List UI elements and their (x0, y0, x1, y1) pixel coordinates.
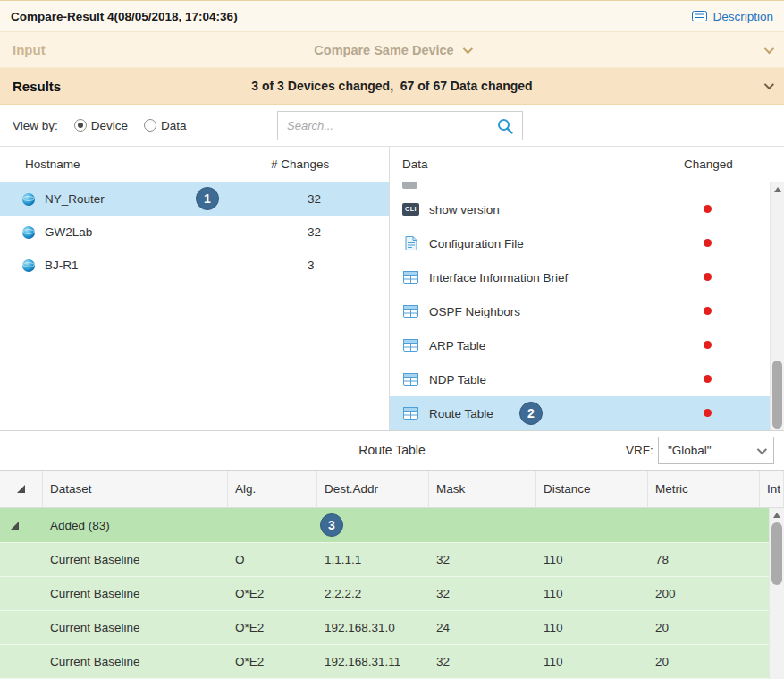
cell-metric: 20 (648, 611, 760, 644)
changed-dot (704, 239, 712, 247)
changes-column-header: # Changes (271, 147, 329, 182)
devices-pane-header: Hostname # Changes (0, 147, 389, 182)
cell-alg: O*E2 (228, 577, 317, 610)
vrf-dropdown[interactable]: "Global" (658, 437, 774, 464)
table-row[interactable]: Current Baseline O*E2 192.168.31.0 24 11… (0, 611, 784, 645)
input-section-title: Input (13, 42, 46, 57)
compare-mode-value: Compare Same Device (314, 43, 453, 57)
data-item-label: ARP Table (429, 339, 485, 352)
device-changes-count: 32 (308, 225, 321, 239)
cell-mask: 32 (429, 543, 536, 576)
cell-distance: 110 (536, 645, 648, 678)
expand-triangle-icon[interactable] (17, 485, 25, 493)
grid-scrollbar[interactable] (769, 508, 784, 679)
cell-mask: 32 (429, 577, 536, 610)
devices-pane: Hostname # Changes NY_Router 1 32 GW2Lab… (0, 147, 390, 430)
data-row-ospf-neighbors[interactable]: OSPF Neighbors (390, 294, 784, 328)
radio-device[interactable]: Device (74, 119, 128, 132)
data-pane: Data Changed CLI show version Configurat… (390, 147, 784, 430)
cell-metric: 20 (648, 645, 760, 678)
data-row-interface-information-brief[interactable]: Interface Information Brief (390, 260, 784, 294)
results-section-title: Results (13, 79, 61, 94)
cell-destaddr: 192.168.31.11 (317, 645, 429, 678)
column-header-alg[interactable]: Alg. (228, 471, 317, 507)
route-table-header: Route Table VRF: "Global" (0, 430, 784, 471)
cell-mask: 32 (429, 645, 536, 678)
cell-distance: 110 (536, 577, 648, 610)
window-title: Compare-Result 4(08/05/2018, 17:04:36) (11, 10, 238, 23)
radio-data[interactable]: Data (144, 119, 187, 132)
table-row[interactable]: Current Baseline O*E2 2.2.2.2 32 110 200 (0, 577, 784, 611)
data-row-route-table[interactable]: Route Table 2 (390, 396, 784, 430)
callout-badge-2: 2 (519, 402, 543, 425)
description-label: Description (712, 10, 773, 23)
table-icon (402, 373, 419, 386)
expander-cell (0, 577, 43, 610)
cell-dataset: Current Baseline (43, 645, 228, 678)
data-item-label: Route Table (429, 407, 493, 420)
view-toolbar: View by: Device Data (0, 105, 784, 147)
cell-destaddr: 192.168.31.0 (317, 611, 429, 644)
expand-triangle-icon[interactable] (11, 522, 19, 530)
column-header-interface[interactable]: Int (760, 471, 784, 507)
column-header-dataset[interactable]: Dataset (43, 471, 228, 507)
changed-dot (704, 307, 712, 315)
search-input[interactable] (278, 112, 488, 140)
table-icon (402, 407, 419, 420)
description-link[interactable]: Description (692, 10, 773, 23)
results-summary: 3 of 3 Devices changed, 67 of 67 Data ch… (0, 79, 784, 93)
scrollbar-thumb[interactable] (772, 361, 782, 429)
column-header-distance[interactable]: Distance (536, 471, 648, 507)
device-row-gw2lab[interactable]: GW2Lab 32 (0, 216, 389, 249)
cell-alg: O*E2 (228, 645, 317, 678)
cell-destaddr: 1.1.1.1 (317, 543, 429, 576)
radio-device-circle[interactable] (74, 119, 87, 132)
vrf-label: VRF: (626, 431, 653, 470)
results-panes: Hostname # Changes NY_Router 1 32 GW2Lab… (0, 147, 784, 430)
data-item-label: show version (429, 203, 500, 216)
cell-destaddr: 2.2.2.2 (317, 577, 429, 610)
results-section-header[interactable]: Results 3 of 3 Devices changed, 67 of 67… (0, 68, 784, 105)
data-row-configuration-file[interactable]: Configuration File (390, 226, 784, 260)
cell-distance: 110 (536, 611, 648, 644)
cell-metric: 200 (648, 577, 760, 610)
table-row[interactable]: Current Baseline O 1.1.1.1 32 110 78 (0, 543, 784, 577)
changed-dot (704, 375, 712, 383)
radio-data-circle[interactable] (144, 119, 156, 132)
column-header-mask[interactable]: Mask (429, 471, 536, 507)
vrf-value: "Global" (668, 444, 712, 457)
device-row-bj-r1[interactable]: BJ-R1 3 (0, 249, 389, 282)
device-changes-count: 32 (308, 192, 321, 206)
column-header-metric[interactable]: Metric (648, 471, 760, 507)
search-icon[interactable] (488, 112, 522, 140)
compare-mode-dropdown[interactable]: Compare Same Device (0, 32, 784, 67)
expander-cell (0, 611, 43, 644)
collapse-all-header-cell[interactable] (0, 471, 43, 507)
data-row-clipped[interactable] (390, 182, 784, 192)
file-icon (402, 236, 419, 250)
grid-header-row: Dataset Alg. Dest.Addr Mask Distance Met… (0, 471, 784, 508)
device-row-ny-router[interactable]: NY_Router 1 32 (0, 182, 389, 216)
changed-dot (704, 409, 712, 417)
cell-metric: 78 (648, 543, 760, 576)
chevron-down-icon (462, 43, 472, 53)
data-row-ndp-table[interactable]: NDP Table (390, 362, 784, 396)
column-header-destaddr[interactable]: Dest.Addr (317, 471, 429, 507)
data-row-arp-table[interactable]: ARP Table (390, 328, 784, 362)
table-icon (402, 271, 419, 284)
callout-badge-1: 1 (196, 187, 219, 210)
group-row-added[interactable]: Added (83) 3 (0, 508, 784, 543)
table-row[interactable]: Current Baseline O*E2 192.168.31.11 32 1… (0, 645, 784, 679)
chevron-down-icon (757, 444, 767, 454)
data-row-show-version[interactable]: CLI show version (390, 192, 784, 226)
callout-badge-3: 3 (320, 513, 343, 537)
data-pane-scrollbar[interactable] (770, 182, 784, 430)
input-section-header[interactable]: Input Compare Same Device (0, 32, 784, 68)
scrollbar-up-icon[interactable] (774, 187, 781, 192)
scrollbar-thumb[interactable] (771, 522, 782, 585)
device-icon (20, 192, 37, 207)
scrollbar-up-icon[interactable] (773, 513, 780, 518)
device-icon (20, 225, 37, 240)
data-column-header: Data (402, 147, 428, 182)
changed-column-header: Changed (684, 147, 733, 182)
